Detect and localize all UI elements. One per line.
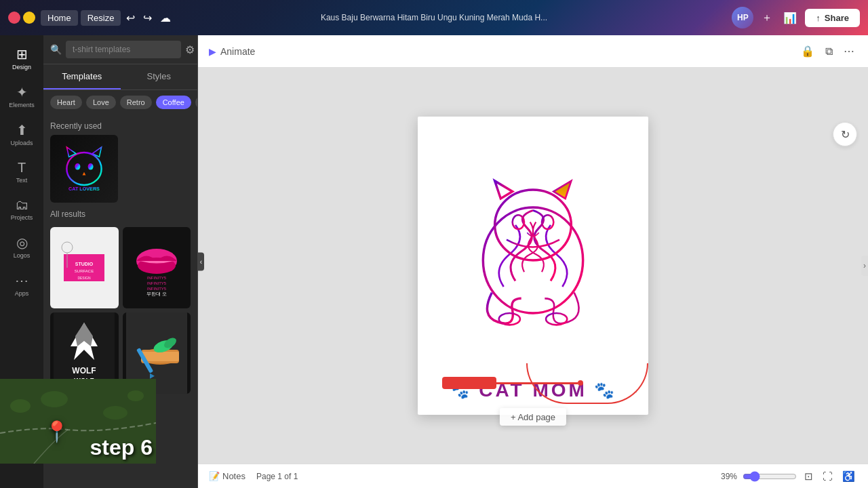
accessibility-btn[interactable]: ♿	[840, 468, 857, 485]
recently-used-grid: CAT LOVERS	[50, 135, 191, 203]
svg-text:무한대 오: 무한대 오	[146, 291, 167, 296]
logo-area	[8, 12, 35, 24]
tab-templates[interactable]: Templates	[43, 64, 121, 89]
collapse-panel-btn[interactable]: ‹	[198, 253, 204, 271]
sidebar-label-logos: Logos	[14, 252, 31, 259]
zoom-slider[interactable]	[743, 471, 797, 482]
search-bar: 🔍 ⚙	[43, 35, 197, 64]
refresh-btn[interactable]: ↻	[833, 122, 857, 146]
svg-point-3	[75, 163, 80, 170]
sidebar-item-elements[interactable]: ✦ Elements	[3, 79, 41, 114]
sidebar-item-text[interactable]: T Text	[3, 155, 41, 189]
add-page-container: + Add page	[500, 408, 566, 426]
more-btn[interactable]: ⋯	[841, 42, 857, 60]
chips-row: Heart Love Retro Coffee Cat ›	[43, 90, 197, 115]
step-label: step 6	[90, 435, 153, 460]
sidebar-item-logos[interactable]: ◎ Logos	[3, 229, 41, 264]
sidebar-item-design[interactable]: ⊞ Design	[3, 41, 41, 76]
fullscreen-btn[interactable]: ⛶	[821, 468, 835, 484]
svg-text:CAT LOVERS: CAT LOVERS	[68, 186, 100, 192]
result-thumb-1[interactable]: STUDIO SURFACE DESIGN	[50, 227, 119, 308]
notes-label: Notes	[222, 471, 245, 481]
chip-heart[interactable]: Heart	[50, 96, 82, 109]
zoom-level: 39%	[721, 472, 737, 481]
map-pin: 📍	[44, 420, 69, 443]
logo-dot-red	[8, 12, 20, 24]
bottom-right: 39% ⊡ ⛶ ♿	[721, 468, 857, 485]
svg-point-18	[138, 258, 176, 274]
logos-icon: ◎	[16, 235, 28, 251]
sidebar-label-apps: Apps	[15, 290, 29, 297]
canvas-toolbar-icons: 🔒 ⧉ ⋯	[798, 42, 857, 60]
svg-point-4	[88, 163, 94, 170]
svg-text:INFINITY5: INFINITY5	[147, 287, 167, 291]
share-icon: ↑	[816, 13, 821, 23]
add-page-btn[interactable]: + Add page	[511, 412, 555, 422]
sidebar-label-uploads: Uploads	[10, 140, 33, 146]
animate-icon: ▶	[209, 46, 216, 57]
svg-point-47	[103, 406, 127, 420]
result-thumb-2[interactable]: INFINITY5 INFINITY5 INFINITY5 무한대 오	[123, 227, 191, 308]
red-dot	[578, 380, 583, 386]
home-btn[interactable]: Home	[41, 10, 78, 26]
resize-btn[interactable]: Resize	[81, 10, 121, 26]
sidebar-item-uploads[interactable]: ⬆ Uploads	[3, 117, 41, 152]
logo-dot-yellow	[23, 12, 35, 24]
chip-cat[interactable]: Cat	[195, 96, 197, 109]
share-button[interactable]: ↑ Share	[805, 9, 860, 27]
sidebar-label-text: Text	[16, 177, 28, 184]
topbar-left: Home Resize ↩ ↪ ☁	[8, 9, 174, 27]
sidebar-item-projects[interactable]: 🗂 Projects	[3, 192, 41, 226]
sidebar-label-projects: Projects	[11, 214, 33, 221]
svg-point-37	[495, 190, 572, 260]
chip-coffee[interactable]: Coffee	[156, 96, 191, 109]
svg-point-46	[41, 391, 68, 407]
recent-thumb-1[interactable]: CAT LOVERS	[50, 135, 118, 203]
lock-btn[interactable]: 🔒	[798, 42, 817, 60]
notes-btn[interactable]: 📝 Notes	[209, 471, 245, 481]
analytics-btn[interactable]: 📊	[781, 9, 800, 27]
undo-btn[interactable]: ↩	[123, 9, 138, 27]
svg-text:INFINITY5: INFINITY5	[147, 276, 167, 280]
sidebar-item-apps[interactable]: ⋯ Apps	[3, 267, 41, 302]
sidebar-label-design: Design	[12, 64, 31, 70]
text-icon: T	[18, 160, 26, 176]
search-input[interactable]	[66, 41, 181, 58]
tab-styles[interactable]: Styles	[121, 64, 198, 89]
svg-point-48	[127, 390, 144, 401]
document-title: Kaus Baju Berwarna Hitam Biru Ungu Kunin…	[321, 13, 547, 22]
svg-text:WOLF: WOLF	[73, 366, 96, 375]
all-results-grid: STUDIO SURFACE DESIGN	[50, 227, 191, 394]
selection-bar	[442, 377, 583, 389]
red-line	[496, 382, 578, 384]
canvas-toolbar: ▶ Animate 🔒 ⧉ ⋯	[198, 35, 868, 68]
search-icon: 🔍	[50, 44, 62, 55]
svg-text:INFINITY5: INFINITY5	[147, 281, 167, 285]
refresh-icon: ↻	[841, 128, 850, 141]
copy-btn[interactable]: ⧉	[823, 43, 835, 60]
projects-icon: 🗂	[15, 197, 28, 213]
add-collaborator-btn[interactable]: ＋	[759, 8, 775, 28]
svg-text:STUDIO: STUDIO	[75, 262, 94, 266]
notes-icon: 📝	[209, 471, 220, 481]
redo-btn[interactable]: ↪	[140, 9, 155, 27]
svg-text:DESIGN: DESIGN	[78, 276, 92, 280]
overlay-video: 📍 step 6	[0, 379, 156, 464]
resize-label: Resize	[87, 13, 115, 23]
tabs: Templates Styles	[43, 64, 197, 90]
uploads-icon: ⬆	[16, 122, 28, 138]
topbar-nav: Home Resize ↩ ↪ ☁	[41, 9, 174, 27]
chip-retro[interactable]: Retro	[120, 96, 152, 109]
canvas-viewport[interactable]: 🐾 CAT MOM 🐾 + Add page ↻	[198, 68, 868, 464]
filter-btn[interactable]: ⚙	[185, 43, 195, 56]
fit-screen-btn[interactable]: ⊡	[802, 468, 815, 485]
collapse-right-btn[interactable]: ›	[861, 256, 868, 276]
red-handle[interactable]	[442, 377, 496, 389]
sidebar-label-elements: Elements	[9, 102, 35, 108]
chip-love[interactable]: Love	[86, 96, 116, 109]
animate-btn[interactable]: ▶ Animate	[209, 46, 255, 57]
elements-icon: ✦	[16, 84, 28, 100]
animate-label: Animate	[220, 46, 255, 57]
avatar: HP	[732, 7, 753, 28]
save-btn[interactable]: ☁	[157, 9, 174, 27]
